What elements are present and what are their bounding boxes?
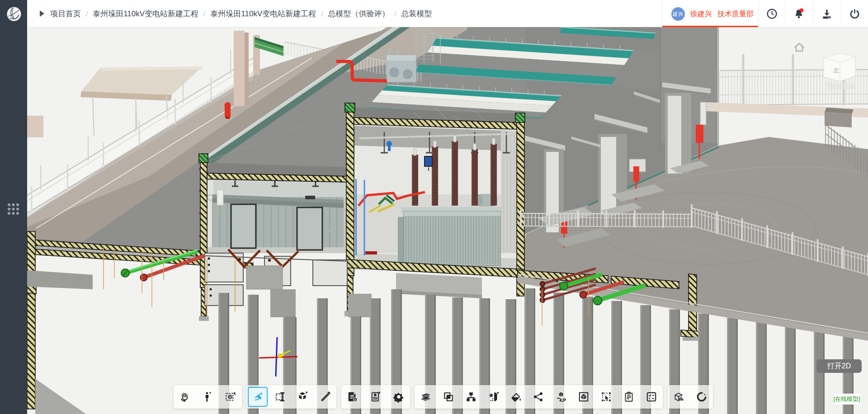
svg-text:左: 左 <box>833 67 839 74</box>
